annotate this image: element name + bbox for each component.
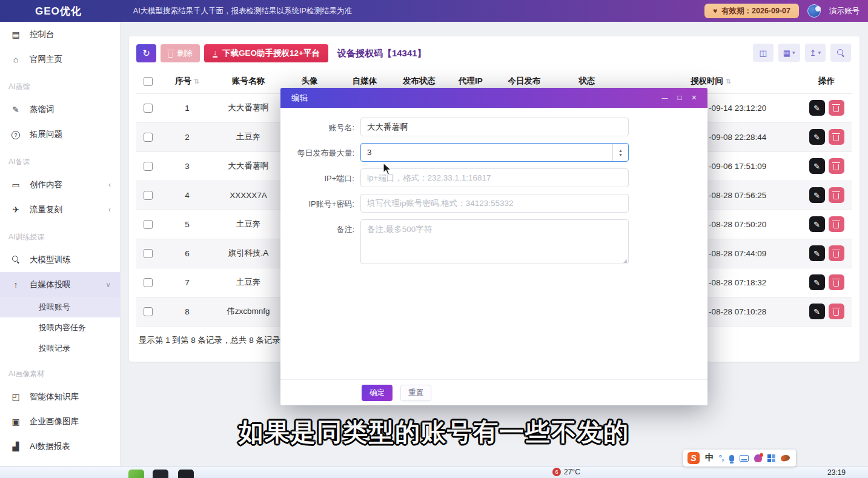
delete-row-button[interactable]: [829, 304, 844, 319]
ime-skin-icon[interactable]: [780, 454, 790, 462]
edit-row-button[interactable]: ✎: [809, 274, 825, 290]
sidebar-item-traffic-clone[interactable]: ✈ 流量复刻 ‹: [0, 197, 120, 222]
close-icon[interactable]: ×: [692, 88, 697, 108]
search-button[interactable]: [830, 44, 851, 62]
taskbar-app-icon[interactable]: [128, 470, 144, 478]
sidebar-item-selfmedia-feed[interactable]: ↑ 自媒体投喂 ∨: [0, 272, 120, 297]
edit-row-button[interactable]: ✎: [809, 216, 825, 232]
delete-button[interactable]: 删除: [161, 44, 200, 62]
up-arrow-icon: ↑: [11, 280, 21, 290]
validity-badge: ♥ 有效期：2026-09-07: [704, 4, 799, 18]
account-name[interactable]: 演示账号: [829, 6, 860, 16]
edit-row-button[interactable]: ✎: [809, 245, 825, 261]
cell-account-name: 旗引科技.A: [215, 239, 282, 268]
sidebar-subitem-feed-records[interactable]: 投喂记录: [0, 338, 120, 359]
cell-account-name: 伟zxcbmnfg: [215, 297, 282, 326]
minimize-icon[interactable]: —: [662, 88, 668, 108]
ime-figure-icon[interactable]: [754, 454, 762, 462]
taskbar-weather[interactable]: 6 27°C: [552, 468, 580, 476]
delete-row-button[interactable]: [829, 100, 844, 116]
ip-account-input[interactable]: [360, 194, 629, 213]
account-name-label: 账号名:: [280, 118, 354, 133]
microphone-icon[interactable]: [729, 455, 734, 462]
sidebar-item-label: 流量复刻: [30, 204, 62, 215]
delete-row-button[interactable]: [829, 216, 844, 232]
delete-row-button[interactable]: [829, 245, 844, 261]
remark-textarea[interactable]: [360, 219, 629, 264]
sidebar-item-settings[interactable]: ⚙ 设置: [0, 459, 120, 466]
row-checkbox[interactable]: [144, 133, 153, 142]
download-auth-button[interactable]: ↓ 下载GEO助手授权12+平台: [204, 44, 328, 62]
row-checkbox[interactable]: [144, 191, 153, 200]
delete-row-button[interactable]: [829, 129, 844, 145]
ime-mode-chinese[interactable]: 中: [705, 453, 714, 463]
keyboard-icon[interactable]: [740, 455, 749, 462]
columns-button[interactable]: ▦▾: [778, 44, 800, 62]
pencil-icon: ✎: [813, 220, 820, 229]
trash-icon: [833, 251, 839, 257]
row-checkbox[interactable]: [144, 278, 153, 287]
mouse-cursor: [383, 162, 393, 178]
account-name-input[interactable]: [360, 118, 629, 136]
edit-row-button[interactable]: ✎: [809, 129, 825, 145]
sidebar-item-agent-knowledge[interactable]: ◰ 智能体知识库: [0, 384, 120, 409]
export-button[interactable]: ↥▾: [805, 44, 826, 62]
edit-row-button[interactable]: ✎: [809, 100, 825, 116]
caret-down-icon: ▾: [792, 50, 795, 56]
row-checkbox[interactable]: [144, 220, 153, 229]
taskbar-app-icon[interactable]: [153, 470, 168, 478]
heart-icon: ♥: [713, 7, 717, 15]
cell-operations: ✎: [801, 268, 852, 297]
select-all-checkbox[interactable]: [144, 77, 153, 86]
maximize-icon[interactable]: □: [678, 88, 682, 108]
refresh-button[interactable]: ↻: [136, 44, 156, 62]
device-auth-code-title: 设备授权码【14341】: [337, 48, 426, 59]
cell-account-name: 大大番薯啊: [215, 151, 282, 181]
sidebar-item-console[interactable]: ▤ 控制台: [0, 22, 120, 47]
panel-view-button[interactable]: ◫: [753, 44, 774, 62]
row-checkbox[interactable]: [144, 162, 153, 171]
ime-apps-icon[interactable]: [767, 454, 775, 462]
sort-icon[interactable]: ⇅: [726, 78, 731, 85]
row-checkbox[interactable]: [144, 104, 153, 113]
edit-row-button[interactable]: ✎: [809, 304, 825, 319]
sidebar-item-distill-words[interactable]: ✎ 蒸馏词: [0, 97, 120, 122]
ip-port-input[interactable]: [360, 168, 629, 187]
sidebar-item-create-content[interactable]: ▭ 创作内容 ‹: [0, 172, 120, 197]
punctuation-icon[interactable]: °,: [719, 454, 724, 462]
sort-icon[interactable]: ⇅: [194, 78, 199, 85]
ime-toolbar: S 中 °,: [683, 450, 796, 466]
number-stepper[interactable]: ▲ ▼: [612, 144, 628, 161]
sidebar-section-ai-portrait: AI画像素材: [0, 359, 120, 384]
cell-account-name: 土豆奔: [215, 268, 282, 297]
taskbar-clock[interactable]: 23:19: [827, 468, 846, 477]
row-checkbox[interactable]: [144, 249, 153, 258]
confirm-button[interactable]: 确定: [362, 385, 393, 401]
edit-row-button[interactable]: ✎: [809, 187, 825, 203]
delete-row-button[interactable]: [829, 158, 844, 174]
pencil-icon: ✎: [813, 133, 820, 142]
pencil-icon: ✎: [813, 162, 820, 171]
cell-account-name: 土豆奔: [215, 210, 282, 239]
sidebar-item-model-training[interactable]: 大模型训练: [0, 247, 120, 272]
col-name: 账号名称: [215, 69, 282, 93]
avatar[interactable]: [807, 4, 821, 18]
sidebar-item-expand-questions[interactable]: ? 拓展问题: [0, 122, 120, 147]
windows-taskbar: 6 27°C 23:19: [0, 466, 868, 478]
trash-icon: [833, 310, 839, 316]
sidebar-item-homepage[interactable]: ⌂ 官网主页: [0, 47, 120, 71]
edit-row-button[interactable]: ✎: [809, 158, 825, 174]
row-checkbox[interactable]: [144, 307, 153, 316]
reset-button[interactable]: 重置: [400, 385, 431, 401]
delete-row-button[interactable]: [829, 187, 844, 203]
table-toolbar: ↻ 删除 ↓ 下载GEO助手授权12+平台 设备授权码【14341】 ◫ ▦▾ …: [136, 44, 852, 63]
daily-max-input[interactable]: [360, 143, 629, 162]
sidebar-subitem-feed-content-tasks[interactable]: 投喂内容任务: [0, 317, 120, 338]
sidebar-subitem-feed-accounts[interactable]: 投喂账号: [0, 297, 120, 317]
taskbar-app-icon[interactable]: [178, 470, 194, 478]
delete-row-button[interactable]: [829, 274, 844, 290]
dialog-titlebar[interactable]: 编辑 — □ ×: [280, 88, 707, 108]
sidebar-item-label: 智能体知识库: [30, 391, 79, 402]
sogou-logo-icon[interactable]: S: [687, 452, 700, 464]
download-icon: ↓: [213, 50, 217, 58]
